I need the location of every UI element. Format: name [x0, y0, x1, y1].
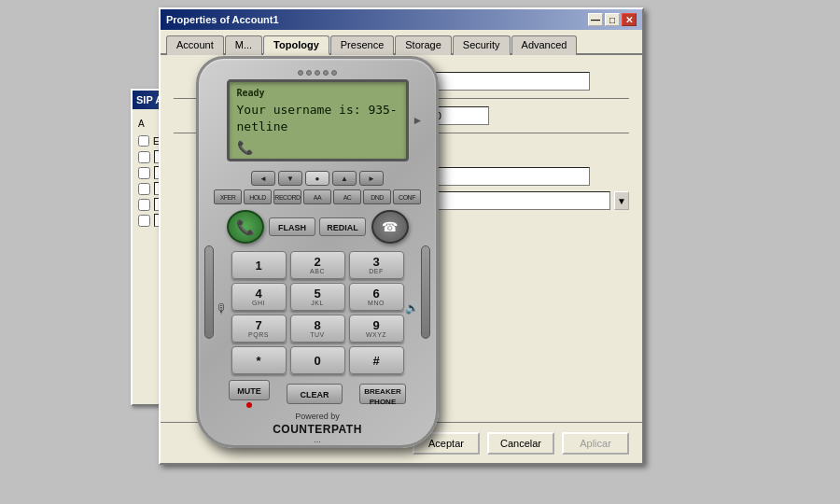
- phone-nav-buttons: ◄ ▼ ● ▲ ►: [251, 171, 384, 186]
- flash-button[interactable]: FLASH: [269, 217, 315, 236]
- func-dnd[interactable]: DND: [363, 189, 391, 204]
- key-7[interactable]: 7 PQRS: [231, 315, 287, 343]
- dialog-titlebar-buttons: — □ ✕: [588, 13, 637, 26]
- dot3: [315, 70, 320, 76]
- func-hold[interactable]: HOLD: [244, 189, 272, 204]
- phone-keypad: 1 2 ABC 3 DEF 4 GHI 5 JKL 6 MNO: [231, 251, 404, 374]
- speaker-button[interactable]: BREAKER PHONE: [359, 384, 406, 404]
- nav-center[interactable]: ●: [305, 171, 329, 186]
- key-0[interactable]: 0: [290, 346, 345, 374]
- func-aa[interactable]: AA: [303, 189, 331, 204]
- sip-cb5[interactable]: [138, 215, 150, 227]
- dot5: [331, 70, 337, 76]
- flash-redial-buttons: FLASH REDIAL: [269, 217, 366, 236]
- hangup-icon: ☎: [382, 219, 398, 234]
- close-button[interactable]: ✕: [622, 13, 637, 26]
- phone-widget: Ready Your username is: 935-netline 📞 ► …: [196, 56, 439, 448]
- phone-screen-icon: 📞: [237, 140, 253, 155]
- sip-cb2[interactable]: [138, 167, 150, 179]
- key-2-num: 2: [314, 256, 320, 268]
- key-6-num: 6: [372, 287, 379, 300]
- dialog-titlebar: Properties of Account1 — □ ✕: [161, 9, 642, 30]
- dot4: [323, 70, 329, 76]
- answer-icon: 📞: [236, 218, 255, 236]
- answer-button[interactable]: 📞: [227, 210, 264, 244]
- tab-account[interactable]: Account: [166, 35, 224, 55]
- key-5[interactable]: 5 JKL: [290, 283, 345, 311]
- sip-cb4[interactable]: [138, 199, 150, 211]
- key-9-alpha: WXYZ: [366, 331, 386, 338]
- key-7-alpha: PQRS: [248, 331, 269, 338]
- key-0-num: 0: [314, 355, 320, 367]
- key-9[interactable]: 9 WXYZ: [349, 315, 404, 343]
- screen-scroll-arrow[interactable]: ►: [413, 114, 424, 127]
- phone-func-buttons: XFER HOLD RECORD AA AC DND CONF: [214, 189, 421, 204]
- sip-cb1[interactable]: [138, 151, 150, 163]
- key-7-num: 7: [255, 319, 261, 331]
- func-record[interactable]: RECORD: [273, 189, 301, 204]
- key-8-num: 8: [314, 319, 320, 331]
- key-8-alpha: TUV: [310, 331, 325, 338]
- key-9-num: 9: [372, 319, 379, 331]
- powered-by-label: Powered by: [273, 412, 362, 423]
- key-2[interactable]: 2 ABC: [290, 251, 345, 279]
- func-xfer[interactable]: XFER: [214, 189, 242, 204]
- key-4[interactable]: 4 GHI: [231, 283, 287, 311]
- tabs-container: Account M... Topology Presence Storage S…: [161, 30, 642, 55]
- key-1[interactable]: 1: [231, 251, 287, 279]
- key-5-num: 5: [314, 287, 320, 300]
- func-conf[interactable]: CONF: [393, 189, 421, 204]
- key-6[interactable]: 6 MNO: [349, 283, 404, 311]
- clear-button[interactable]: CLEAR: [287, 384, 343, 404]
- key-star[interactable]: *: [231, 346, 287, 374]
- nav-left[interactable]: ◄: [251, 171, 275, 186]
- aplicar-button[interactable]: Aplicar: [562, 432, 629, 455]
- volume-right-slider[interactable]: [421, 245, 430, 339]
- maximize-button[interactable]: □: [605, 13, 620, 26]
- dropdown-arrow[interactable]: ▼: [614, 191, 629, 210]
- dialog-title: Properties of Account1: [166, 14, 279, 25]
- sip-enabled-checkbox[interactable]: [138, 135, 149, 147]
- volume-left-slider[interactable]: [204, 245, 214, 339]
- nav-down[interactable]: ▼: [278, 171, 302, 186]
- port-input2[interactable]: [433, 106, 489, 125]
- key-4-num: 4: [255, 287, 261, 300]
- phone-answer-row: 📞 FLASH REDIAL ☎: [227, 210, 409, 244]
- dot2: [306, 70, 312, 76]
- key-hash[interactable]: #: [349, 346, 404, 374]
- tab-media[interactable]: M...: [225, 35, 262, 55]
- speaker-label2: PHONE: [360, 397, 405, 407]
- screen-container: Ready Your username is: 935-netline 📞 ►: [227, 79, 409, 161]
- cancelar-button[interactable]: Cancelar: [487, 432, 554, 455]
- key-3[interactable]: 3 DEF: [349, 251, 404, 279]
- tab-presence[interactable]: Presence: [330, 35, 394, 55]
- phone-screen: Ready Your username is: 935-netline 📞: [227, 79, 409, 161]
- mute-led: [246, 402, 252, 408]
- key-4-alpha: GHI: [252, 300, 265, 306]
- minimize-button[interactable]: —: [588, 13, 603, 26]
- nav-up[interactable]: ▲: [332, 171, 357, 186]
- key-3-alpha: DEF: [369, 268, 384, 274]
- tab-security[interactable]: Security: [453, 35, 511, 55]
- nav-right[interactable]: ►: [359, 171, 384, 186]
- redial-button[interactable]: REDIAL: [319, 217, 366, 236]
- mute-button[interactable]: MUTE: [229, 380, 270, 400]
- key-6-alpha: MNO: [368, 300, 385, 306]
- tab-storage[interactable]: Storage: [395, 35, 452, 55]
- key-5-alpha: JKL: [311, 300, 324, 306]
- key-star-num: *: [256, 355, 260, 367]
- speaker-label: BREAKER: [360, 386, 405, 397]
- hangup-button[interactable]: ☎: [371, 210, 409, 244]
- mic-icon: 🎙: [216, 301, 229, 316]
- tab-advanced[interactable]: Advanced: [511, 35, 578, 55]
- key-8[interactable]: 8 TUV: [290, 315, 345, 343]
- func-ac[interactable]: AC: [333, 189, 361, 204]
- phone-screen-message: Your username is: 935-netline: [237, 102, 399, 135]
- phone-branding: Powered by COUNTERPATH ···: [273, 412, 362, 448]
- phone-screen-status: Ready: [237, 88, 399, 98]
- brand-name: COUNTERPATH: [273, 423, 362, 438]
- key-hash-num: #: [372, 355, 379, 367]
- sip-cb3[interactable]: [138, 183, 150, 195]
- phone-top-dots: [298, 70, 337, 76]
- tab-topology[interactable]: Topology: [263, 35, 329, 55]
